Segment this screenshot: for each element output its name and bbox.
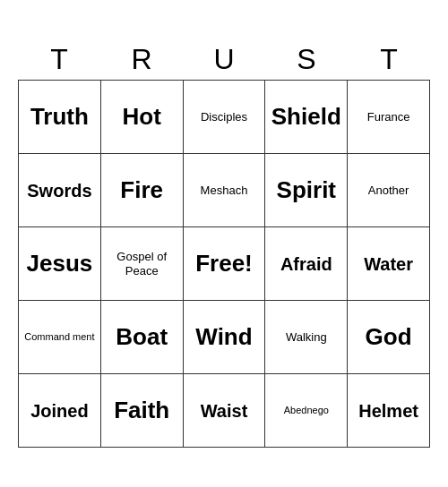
cell-4-3: Abednego — [265, 374, 348, 448]
cell-2-1: Gospel of Peace — [101, 227, 184, 301]
cell-4-2: Waist — [184, 374, 266, 448]
header-letter-4: T — [348, 39, 430, 80]
cell-1-2: Meshach — [184, 154, 266, 227]
cell-3-3: Walking — [265, 301, 348, 374]
cell-text-2-0: Jesus — [27, 250, 93, 278]
cell-text-4-3: Abednego — [284, 405, 329, 416]
cell-text-0-4: Furance — [367, 110, 410, 124]
cell-text-2-1: Gospel of Peace — [104, 250, 180, 278]
cell-2-0: Jesus — [19, 227, 101, 301]
bingo-card: TRUST TruthHotDisciplesShieldFuranceSwor… — [18, 39, 430, 448]
cell-text-3-2: Wind — [195, 323, 252, 351]
cell-text-1-0: Swords — [27, 180, 91, 201]
bingo-grid: TruthHotDisciplesShieldFuranceSwordsFire… — [18, 80, 430, 448]
cell-text-3-0: Command ment — [24, 331, 94, 343]
cell-2-3: Afraid — [265, 227, 348, 301]
cell-1-3: Spirit — [265, 154, 348, 227]
cell-4-0: Joined — [19, 374, 101, 448]
cell-3-4: God — [348, 301, 430, 374]
header-letter-2: U — [183, 39, 265, 80]
header-letter-1: R — [100, 39, 183, 80]
cell-0-1: Hot — [101, 81, 184, 154]
cell-1-1: Fire — [101, 154, 184, 227]
cell-text-4-4: Helmet — [358, 400, 418, 422]
cell-0-3: Shield — [265, 81, 348, 154]
cell-text-3-3: Walking — [286, 330, 327, 345]
header-letter-0: T — [18, 39, 100, 80]
cell-text-4-0: Joined — [30, 400, 88, 422]
cell-text-1-3: Spirit — [277, 176, 336, 204]
cell-text-4-1: Faith — [114, 397, 169, 424]
cell-text-0-3: Shield — [271, 103, 341, 131]
cell-2-2: Free! — [184, 227, 266, 301]
cell-0-2: Disciples — [184, 81, 266, 154]
cell-text-2-3: Afraid — [280, 253, 332, 275]
cell-3-0: Command ment — [19, 301, 101, 374]
cell-text-2-4: Water — [364, 253, 413, 275]
cell-4-4: Helmet — [348, 374, 430, 448]
cell-text-4-2: Waist — [201, 400, 248, 422]
cell-2-4: Water — [348, 227, 430, 301]
cell-4-1: Faith — [101, 374, 184, 448]
header-row: TRUST — [18, 39, 430, 80]
cell-text-2-2: Free! — [195, 250, 253, 278]
header-letter-3: S — [265, 39, 348, 80]
cell-0-4: Furance — [348, 81, 430, 154]
cell-text-1-2: Meshach — [201, 184, 248, 198]
cell-3-2: Wind — [184, 301, 266, 374]
cell-3-1: Boat — [101, 301, 184, 374]
cell-text-1-4: Another — [368, 184, 409, 198]
cell-1-0: Swords — [19, 154, 101, 227]
cell-0-0: Truth — [19, 81, 101, 154]
cell-text-1-1: Fire — [120, 176, 163, 204]
cell-text-0-1: Hot — [123, 103, 161, 131]
cell-text-0-0: Truth — [30, 103, 89, 131]
cell-text-3-4: God — [366, 323, 412, 351]
cell-text-0-2: Disciples — [201, 110, 247, 124]
cell-text-3-1: Boat — [116, 323, 168, 351]
cell-1-4: Another — [348, 154, 430, 227]
